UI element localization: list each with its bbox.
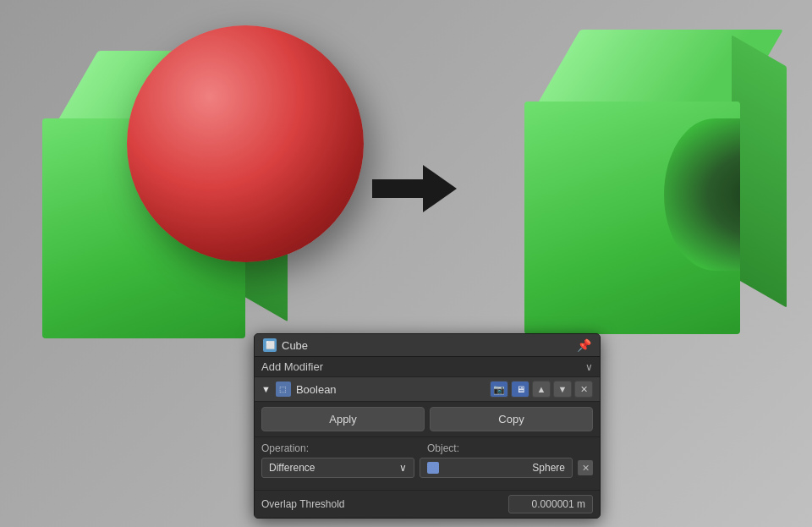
overlap-threshold-label: Overlap Threshold (261, 498, 508, 510)
copy-button[interactable]: Copy (430, 407, 593, 431)
operation-label: Operation: (261, 442, 427, 454)
sphere (127, 25, 364, 262)
panel-header-left: ⬜ Cube (263, 338, 308, 352)
panel-header: ⬜ Cube 📌 (255, 334, 600, 357)
panel-object-icon: ⬜ (263, 338, 277, 352)
arrow (372, 165, 457, 212)
modifier-header: ▼ ⬚ Boolean 📷 🖥 ▲ ▼ ✕ (255, 377, 600, 402)
add-modifier-label: Add Modifier (261, 360, 323, 373)
modifier-type-icon: ⬚ (276, 382, 291, 397)
apply-copy-row: Apply Copy (255, 402, 600, 437)
arrow-shaft (372, 179, 423, 198)
prop-labels-row: Operation: Object: (261, 442, 593, 454)
scene-background: ⬜ Cube 📌 Add Modifier ∨ ▼ ⬚ Boolean 📷 🖥 … (0, 0, 812, 527)
arrow-head (423, 165, 457, 212)
object-label: Object: (427, 442, 593, 454)
cube-right-front (524, 102, 740, 334)
modifier-panel: ⬜ Cube 📌 Add Modifier ∨ ▼ ⬚ Boolean 📷 🖥 … (254, 333, 601, 519)
props-section: Operation: Object: Difference ∨ Sphere ✕ (255, 437, 600, 490)
operation-select[interactable]: Difference ∨ (261, 458, 414, 478)
object-value: Sphere (532, 462, 565, 474)
clear-object-button[interactable]: ✕ (578, 460, 593, 475)
move-up-button[interactable]: ▲ (532, 381, 551, 398)
apply-button[interactable]: Apply (261, 407, 425, 431)
overlap-row: Overlap Threshold 0.000001 m (255, 490, 600, 518)
add-modifier-chevron: ∨ (585, 361, 593, 373)
modifier-collapse-arrow[interactable]: ▼ (261, 384, 271, 394)
object-field[interactable]: Sphere (420, 458, 573, 478)
modifier-block: ▼ ⬚ Boolean 📷 🖥 ▲ ▼ ✕ Apply Copy Op (255, 377, 600, 518)
modifier-controls: 📷 🖥 ▲ ▼ ✕ (490, 381, 593, 398)
render-button[interactable]: 🖥 (511, 381, 529, 398)
modifier-name: Boolean (296, 383, 485, 396)
move-down-button[interactable]: ▼ (553, 381, 572, 398)
cube-right-cutout (664, 118, 740, 271)
remove-modifier-button[interactable]: ✕ (574, 381, 593, 398)
operation-value: Difference (269, 462, 315, 474)
add-modifier-row[interactable]: Add Modifier ∨ (255, 357, 600, 377)
panel-title: Cube (282, 339, 308, 352)
prop-values-row: Difference ∨ Sphere ✕ (261, 458, 593, 478)
chevron-down-icon: ∨ (399, 462, 407, 474)
pin-icon[interactable]: 📌 (577, 338, 591, 352)
overlap-threshold-value[interactable]: 0.000001 m (508, 495, 593, 513)
cube-right (516, 30, 787, 334)
camera-button[interactable]: 📷 (490, 381, 508, 398)
object-cube-icon (427, 462, 439, 474)
